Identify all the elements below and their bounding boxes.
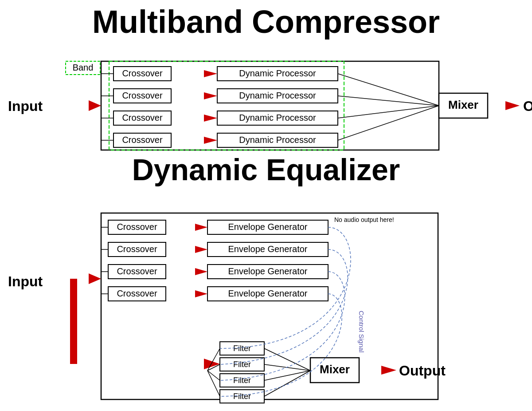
svg-line-81 <box>264 371 310 396</box>
svg-rect-0 <box>101 61 439 150</box>
svg-rect-70 <box>220 342 264 355</box>
svg-rect-35 <box>439 93 488 118</box>
svg-rect-39 <box>101 213 438 399</box>
svg-text:Input: Input <box>8 98 43 114</box>
svg-rect-9 <box>113 89 171 103</box>
svg-rect-7 <box>217 67 338 81</box>
svg-rect-48 <box>207 220 328 234</box>
svg-line-83 <box>207 364 220 371</box>
svg-text:Crossover: Crossover <box>117 266 157 276</box>
svg-text:Dynamic Processor: Dynamic Processor <box>239 91 316 100</box>
svg-marker-44 <box>105 359 220 369</box>
svg-line-82 <box>207 348 220 371</box>
svg-text:Crossover: Crossover <box>122 113 162 123</box>
svg-text:Dynamic Processor: Dynamic Processor <box>239 68 316 78</box>
svg-rect-72 <box>220 358 264 371</box>
svg-line-78 <box>264 348 310 371</box>
svg-text:Crossover: Crossover <box>122 91 162 100</box>
svg-text:Crossover: Crossover <box>117 222 157 232</box>
svg-text:Output: Output <box>523 98 532 114</box>
svg-rect-60 <box>108 287 166 301</box>
svg-line-34 <box>338 106 439 140</box>
svg-rect-74 <box>220 374 264 387</box>
svg-rect-55 <box>108 265 166 279</box>
main-title: Multiband Compressor <box>0 0 532 40</box>
svg-rect-19 <box>113 133 171 147</box>
svg-rect-12 <box>217 89 338 103</box>
svg-marker-37 <box>488 101 520 110</box>
svg-text:Crossover: Crossover <box>122 135 162 145</box>
svg-rect-45 <box>108 220 166 234</box>
svg-rect-86 <box>310 358 359 383</box>
bottom-diagram-svg: Input Crossover Envelope Generator Cross… <box>0 200 532 411</box>
svg-line-31 <box>338 74 439 106</box>
svg-marker-47 <box>169 224 207 231</box>
secondary-title: Dynamic Equalizer <box>0 153 532 186</box>
svg-line-32 <box>338 96 439 106</box>
top-diagram-svg: Band Crossover Dynamic Processor Crossov… <box>0 49 532 213</box>
svg-rect-53 <box>207 242 328 257</box>
svg-text:Control Signal: Control Signal <box>358 311 365 352</box>
svg-rect-50 <box>108 242 166 257</box>
svg-text:Envelope Generator: Envelope Generator <box>228 222 307 232</box>
svg-marker-57 <box>169 268 207 275</box>
svg-marker-24 <box>50 100 101 111</box>
svg-text:Mixer: Mixer <box>448 98 478 111</box>
svg-text:Input: Input <box>8 273 43 289</box>
svg-line-84 <box>207 371 220 380</box>
svg-text:Dynamic Processor: Dynamic Processor <box>239 135 316 145</box>
svg-text:Envelope Generator: Envelope Generator <box>228 288 307 298</box>
svg-text:Mixer: Mixer <box>320 363 350 376</box>
svg-text:Band: Band <box>73 63 94 72</box>
svg-marker-62 <box>169 290 207 297</box>
svg-rect-2 <box>66 61 100 75</box>
svg-rect-63 <box>207 287 328 301</box>
svg-text:Envelope Generator: Envelope Generator <box>228 266 307 276</box>
svg-marker-88 <box>359 366 396 375</box>
svg-rect-22 <box>217 133 338 147</box>
svg-rect-1 <box>109 61 344 150</box>
svg-marker-43 <box>74 359 105 369</box>
svg-text:Output: Output <box>399 363 446 379</box>
svg-text:Envelope Generator: Envelope Generator <box>228 244 307 254</box>
svg-text:Crossover: Crossover <box>122 68 162 78</box>
svg-rect-14 <box>113 111 171 125</box>
svg-text:Filter: Filter <box>233 376 251 385</box>
svg-marker-16 <box>176 115 217 122</box>
svg-rect-76 <box>220 390 264 403</box>
svg-text:No audio output here!: No audio output here! <box>334 216 394 223</box>
svg-line-33 <box>338 106 439 118</box>
svg-marker-21 <box>176 137 217 144</box>
svg-text:Filter: Filter <box>233 392 251 401</box>
svg-marker-52 <box>169 246 207 253</box>
svg-text:Dynamic Processor: Dynamic Processor <box>239 113 316 123</box>
svg-text:Crossover: Crossover <box>117 244 157 254</box>
svg-marker-41 <box>50 273 101 284</box>
svg-marker-6 <box>176 70 217 77</box>
svg-rect-4 <box>113 67 171 81</box>
svg-text:Filter: Filter <box>233 360 251 369</box>
svg-line-85 <box>207 371 220 396</box>
svg-line-79 <box>264 364 310 371</box>
svg-text:Crossover: Crossover <box>117 288 157 298</box>
svg-rect-58 <box>207 265 328 279</box>
svg-rect-17 <box>217 111 338 125</box>
svg-text:Filter: Filter <box>233 344 251 353</box>
svg-marker-11 <box>176 92 217 99</box>
svg-line-80 <box>264 371 310 380</box>
